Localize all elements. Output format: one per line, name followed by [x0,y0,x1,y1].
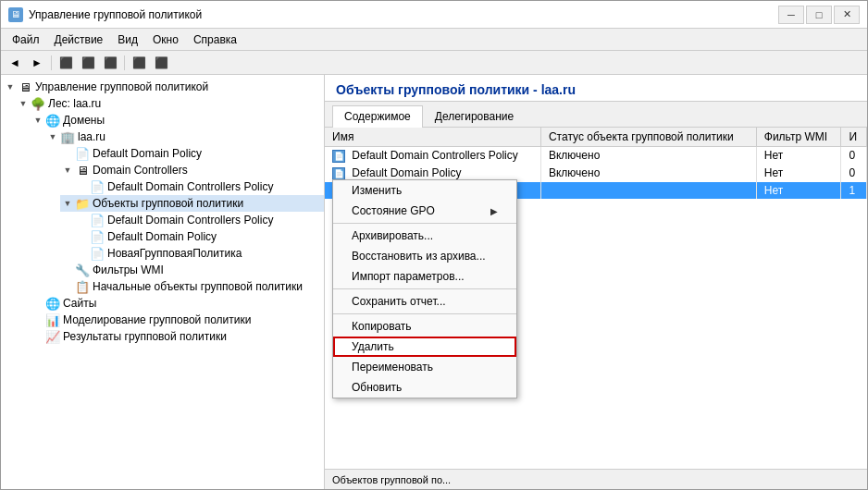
no-expand: ▼ [75,179,90,194]
ctx-copy[interactable]: Копировать [333,316,516,337]
table-row[interactable]: 📄 Default Domain Controllers Policy Вклю… [325,147,867,165]
gpo-ddp-label: Default Domain Policy [105,230,217,243]
tree-domains-item[interactable]: ▼ 🌐 Домены [31,112,324,129]
maximize-button[interactable]: □ [806,6,832,24]
tree-forest: ▼ 🌳 Лес: laa.ru ▼ 🌐 Домены ▼ [1,95,324,345]
col-name: Имя [325,128,540,147]
table-area: Имя Статус объекта групповой политики Фи… [325,128,867,469]
toolbar: ◄ ► ⬛ ⬛ ⬛ ⬛ ⬛ [1,51,867,75]
table-header: Имя Статус объекта групповой политики Фи… [325,128,867,147]
tab-delegation[interactable]: Делегирование [423,105,526,127]
main-content: ▼ 🖥 Управление групповой политикой ▼ 🌳 Л… [1,75,867,489]
main-window: 🖥 Управление групповой политикой ─ □ ✕ Ф… [0,0,868,490]
ctx-refresh[interactable]: Обновить [333,377,516,398]
left-panel[interactable]: ▼ 🖥 Управление групповой политикой ▼ 🌳 Л… [1,75,325,489]
toolbar-sep2 [124,55,125,70]
row-wmi: Нет [756,165,841,182]
title-bar: 🖥 Управление групповой политикой ─ □ ✕ [1,1,867,29]
minimize-button[interactable]: ─ [778,6,804,24]
gpo-icon2: 📄 [90,179,105,194]
no-expand: ▼ [75,246,90,261]
menu-help[interactable]: Справка [186,31,244,48]
tree-results-item[interactable]: ▼ 📈 Результаты групповой политики [31,328,324,345]
close-button[interactable]: ✕ [834,6,860,24]
tree-gpo-ddp[interactable]: ▼ 📄 Default Domain Policy [75,228,324,245]
ctx-save-report[interactable]: Сохранить отчет... [333,291,516,312]
status-bar: Объектов групповой по... [325,469,867,489]
modeling-icon: 📊 [45,312,60,327]
results-label: Результаты групповой политики [60,330,227,343]
ctx-edit[interactable]: Изменить [333,180,516,201]
tab-content[interactable]: Содержимое [332,105,423,128]
ctx-delete[interactable]: Удалить [333,337,516,357]
start-icon: 📋 [75,279,90,294]
row-extra: 0 [841,147,867,165]
forest-label: Лес: laa.ru [45,97,101,110]
no-expand: ▼ [60,263,75,277]
tree-gpo-new[interactable]: ▼ 📄 НоваяГрупповаяПолитика [75,245,324,262]
row-wmi: Нет [756,147,841,165]
tree-gpo-ddcp[interactable]: ▼ 📄 Default Domain Controllers Policy [75,212,324,228]
tree-root[interactable]: ▼ 🖥 Управление групповой политикой [1,79,324,95]
domain-icon: 🏢 [60,129,75,144]
tree-sites-item[interactable]: ▼ 🌐 Сайты [31,295,324,312]
tree-forest-item[interactable]: ▼ 🌳 Лес: laa.ru [16,95,324,112]
gpo-folder-icon: 📁 [75,196,90,211]
toolbar-btn1[interactable]: ⬛ [56,54,76,72]
row-gpo-icon: 📄 [332,150,345,163]
no-expand: ▼ [60,279,75,294]
ctx-sep3 [333,313,516,314]
menu-file[interactable]: Файл [5,31,47,48]
tree-laaru: ▼ 🏢 laa.ru ▼ 📄 Default Domain Policy [31,129,324,295]
title-bar-left: 🖥 Управление групповой политикой [8,7,202,22]
menu-view[interactable]: Вид [110,31,145,48]
ctx-gpo-status[interactable]: Состояние GPO ▶ [333,201,516,221]
window-controls: ─ □ ✕ [778,6,860,24]
tree-gpo-children: ▼ 📄 Default Domain Controllers Policy ▼ … [60,212,324,262]
toolbar-btn2[interactable]: ⬛ [78,54,98,72]
domains-icon: 🌐 [45,113,60,128]
col-wmi: Фильтр WMI [756,128,841,147]
toolbar-forward[interactable]: ► [27,54,47,72]
toolbar-sep1 [51,55,52,70]
app-icon: 🖥 [8,7,23,22]
menu-window[interactable]: Окно [145,31,186,48]
gpo-new-label: НоваяГрупповаяПолитика [105,247,242,260]
tree-dc-item[interactable]: ▼ 🖥 Domain Controllers [60,162,324,178]
toolbar-back[interactable]: ◄ [5,54,25,72]
row-status: Включено [540,147,756,165]
ctx-archive[interactable]: Архивировать... [333,226,516,246]
ctx-restore[interactable]: Восстановить из архива... [333,246,516,266]
ctx-rename[interactable]: Переименовать [333,357,516,377]
tree-dc-children: ▼ 📄 Default Domain Controllers Policy [60,178,324,195]
tree-ddcp-item[interactable]: ▼ 📄 Default Domain Controllers Policy [75,178,324,195]
tree-ddp-item[interactable]: ▼ 📄 Default Domain Policy [60,145,324,162]
gpo-icon3: 📄 [90,213,105,227]
no-expand: ▼ [75,213,90,227]
row-status: Включено [540,165,756,182]
tree-laaru-children: ▼ 📄 Default Domain Policy ▼ 🖥 Domain Con… [45,145,324,295]
row-extra: 1 [841,182,867,200]
row-extra: 0 [841,165,867,182]
col-extra: И [841,128,867,147]
no-expand: ▼ [31,312,45,327]
tree-wmi-item[interactable]: ▼ 🔧 Фильтры WMI [60,262,324,278]
toolbar-btn4[interactable]: ⬛ [129,54,149,72]
tree-gpo-item[interactable]: ▼ 📁 Объекты групповой политики [60,195,324,212]
tree-root-label: Управление групповой политикой [32,80,208,93]
gpo-icon5: 📄 [90,246,105,261]
tabs: Содержимое Делегирование [325,102,867,128]
row-name: 📄 Default Domain Controllers Policy [325,147,540,165]
wmi-icon: 🔧 [75,263,90,277]
tree-top-level: ▼ 🌐 Сайты ▼ 📊 Моделирование групповой по… [16,295,324,345]
menu-action[interactable]: Действие [47,31,111,48]
no-expand: ▼ [75,229,90,244]
tree-laaru-item[interactable]: ▼ 🏢 laa.ru [45,129,324,145]
toolbar-btn5[interactable]: ⬛ [151,54,171,72]
tree-start-item[interactable]: ▼ 📋 Начальные объекты групповой политики [60,278,324,295]
dc-icon: 🖥 [75,163,90,178]
forest-icon: 🌳 [31,96,45,111]
toolbar-btn3[interactable]: ⬛ [100,54,120,72]
ctx-import[interactable]: Импорт параметров... [333,266,516,287]
tree-modeling-item[interactable]: ▼ 📊 Моделирование групповой политики [31,312,324,328]
